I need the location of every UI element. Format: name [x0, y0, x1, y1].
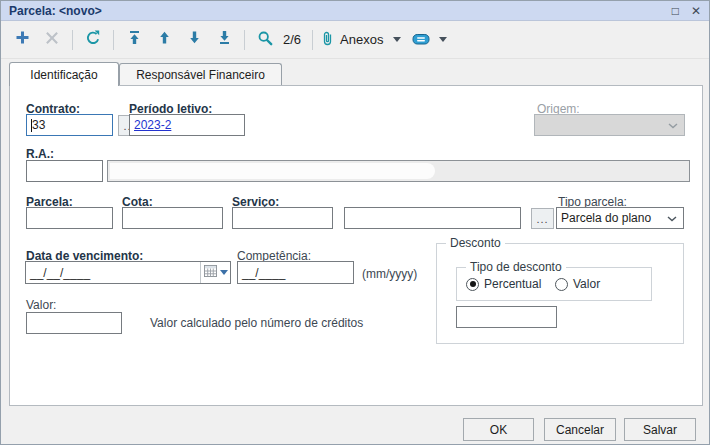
paperclip-icon: [321, 30, 334, 50]
toolbar-separator: [113, 30, 114, 50]
refresh-icon: [85, 30, 101, 50]
servico-browse-button[interactable]: ...: [531, 208, 554, 229]
arrow-down-icon: [187, 30, 202, 49]
window-title: Parcela: <novo>: [9, 4, 102, 18]
tipo-parcela-select[interactable]: Parcela do plano: [556, 207, 684, 229]
delete-record-button[interactable]: [37, 27, 67, 53]
cota-input[interactable]: [122, 207, 223, 229]
previous-record-button[interactable]: [149, 27, 179, 53]
parcela-dialog-window: Parcela: <novo> □ ✕: [0, 0, 710, 445]
tab-identificacao[interactable]: Identificação: [9, 62, 119, 86]
origem-select: [534, 114, 685, 136]
valor-creditos-checkbox[interactable]: [131, 316, 144, 329]
periodo-letivo-link[interactable]: 2023-2: [134, 118, 171, 132]
ra-label: R.A.:: [26, 147, 54, 161]
ra-name-field: [107, 160, 690, 182]
radio-valor[interactable]: Valor: [555, 277, 600, 291]
close-button[interactable]: ✕: [691, 5, 701, 17]
desconto-group-label: Desconto: [446, 236, 505, 250]
arrow-up-icon: [157, 30, 172, 49]
periodo-letivo-input[interactable]: 2023-2: [129, 114, 245, 136]
toolbar: 2/6 Anexos: [1, 21, 709, 59]
competencia-format-hint: (mm/yyyy): [362, 267, 417, 281]
cancel-button[interactable]: Cancelar: [544, 418, 616, 441]
valor-label: Valor:: [26, 298, 56, 312]
tipo-parcela-value: Parcela do plano: [561, 211, 651, 225]
plus-icon: [15, 30, 30, 49]
competencia-input[interactable]: __/____: [237, 261, 354, 284]
data-vencimento-input[interactable]: __/__/____: [25, 261, 231, 284]
radio-percentual[interactable]: Percentual: [466, 277, 541, 291]
calendar-icon: [204, 265, 217, 280]
parcela-input[interactable]: [26, 207, 113, 229]
tab-responsavel-financeiro[interactable]: Responsável Financeiro: [119, 63, 282, 85]
servico-code-input[interactable]: [232, 207, 333, 229]
ra-code-input[interactable]: [26, 160, 103, 182]
chevron-down-icon: [667, 211, 677, 225]
valor-input[interactable]: [26, 312, 122, 334]
search-icon: [257, 30, 273, 50]
footer-bar: OK Cancelar Salvar: [1, 406, 709, 444]
radio-dot-icon: [466, 278, 479, 291]
add-record-button[interactable]: [7, 27, 37, 53]
chevron-down-icon: [220, 270, 228, 275]
toolbar-separator: [72, 30, 73, 50]
save-button[interactable]: Salvar: [624, 418, 696, 441]
first-record-button[interactable]: [119, 27, 149, 53]
toolbar-separator: [312, 30, 313, 50]
search-button[interactable]: [250, 27, 280, 53]
chevron-down-icon: [668, 118, 678, 132]
last-record-icon: [217, 30, 232, 49]
chevron-down-icon: [393, 37, 401, 42]
first-record-icon: [127, 30, 142, 49]
anexos-button[interactable]: Anexos: [318, 27, 409, 53]
record-counter: 2/6: [283, 32, 301, 47]
desconto-value-input[interactable]: [456, 306, 557, 328]
chevron-down-icon: [439, 37, 447, 42]
printer-icon: [412, 31, 430, 49]
next-record-button[interactable]: [179, 27, 209, 53]
tab-strip: Identificação Responsável Financeiro: [1, 59, 709, 85]
servico-name-input[interactable]: [344, 207, 521, 229]
maximize-button[interactable]: □: [672, 5, 679, 17]
toolbar-separator: [244, 30, 245, 50]
ok-button[interactable]: OK: [463, 418, 534, 441]
contrato-input[interactable]: 33: [26, 114, 113, 136]
tab-page-identificacao: Contrato: 33 ... Período letivo: 2023-2 …: [9, 85, 703, 406]
tipo-desconto-group-label: Tipo de desconto: [466, 260, 566, 274]
titlebar[interactable]: Parcela: <novo> □ ✕: [1, 1, 709, 21]
date-picker-button[interactable]: [200, 262, 230, 283]
ra-field-highlight: [110, 163, 435, 179]
anexos-label: Anexos: [340, 32, 383, 47]
valor-creditos-checkbox-label: Valor calculado pelo número de créditos: [150, 316, 363, 330]
radio-dot-icon: [555, 278, 568, 291]
print-button[interactable]: [409, 27, 455, 53]
refresh-button[interactable]: [78, 27, 108, 53]
last-record-button[interactable]: [209, 27, 239, 53]
delete-icon: [45, 31, 59, 49]
